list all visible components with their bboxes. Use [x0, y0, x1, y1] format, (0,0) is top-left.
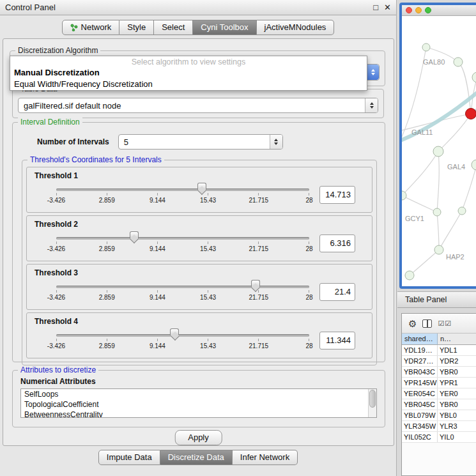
slider-track[interactable] [56, 188, 309, 191]
network-node[interactable] [422, 43, 430, 51]
table-cell[interactable]: YLR345W [402, 421, 438, 431]
table-cell[interactable]: YDL1 [438, 345, 476, 355]
table-row[interactable]: YLR345W YLR3 [402, 421, 476, 432]
threshold-1-slider[interactable]: -3.426 2.859 9.144 15.43 21.715 28 [56, 181, 309, 208]
scrollbar-thumb[interactable] [369, 390, 376, 408]
network-node-labels: GAL80 GAL11 GAL4 GCY1 HAP2 [405, 58, 465, 261]
threshold-4-value-field[interactable]: 11.344 [319, 332, 355, 349]
tab-select[interactable]: Select [154, 20, 193, 35]
tab-network[interactable]: Network [62, 20, 120, 35]
node-label: GAL80 [423, 58, 445, 66]
table-row[interactable]: YBR043C YBR0 [402, 367, 476, 378]
slider-track[interactable] [56, 286, 309, 288]
combobox-stepper-icon[interactable] [365, 98, 378, 112]
table-cell[interactable]: YIL0 [438, 432, 476, 442]
dropdown-option-equal-width-frequency[interactable]: Equal Width/Frequency Discretization [10, 79, 367, 90]
list-scrollbar[interactable] [368, 389, 376, 417]
table-cell[interactable]: YPR1 [438, 378, 476, 388]
tab-cyni-toolbox[interactable]: Cyni Toolbox [193, 20, 256, 35]
table-row[interactable]: YDL19… YDL1 [402, 345, 476, 356]
float-window-icon[interactable]: □ [373, 3, 378, 12]
network-node[interactable] [434, 245, 443, 254]
tab-cyni-toolbox-label: Cyni Toolbox [201, 22, 248, 32]
list-item[interactable]: SelfLoops [21, 389, 376, 399]
table-cell[interactable]: YBR045C [402, 399, 438, 410]
numerical-attributes-list[interactable]: SelfLoops TopologicalCoefficient Between… [20, 388, 377, 418]
columns-icon[interactable] [422, 319, 432, 328]
apply-button[interactable]: Apply [174, 430, 222, 445]
list-item[interactable]: BetweennessCentrality [21, 410, 376, 418]
table-cell[interactable]: YDR27… [402, 356, 438, 366]
slider-handle[interactable] [130, 231, 139, 238]
dropdown-option-manual-discretization[interactable]: Manual Discretization [10, 67, 367, 79]
network-node[interactable] [402, 191, 406, 200]
table-cell[interactable]: YPR145W [402, 378, 438, 388]
network-node[interactable] [433, 146, 443, 157]
slider-track[interactable] [56, 334, 309, 337]
network-node[interactable] [472, 160, 476, 170]
column-header-name[interactable]: n… [438, 334, 476, 345]
gear-icon[interactable]: ⚙ [408, 319, 417, 328]
table-row[interactable]: YBR045C YBR0 [402, 399, 476, 410]
table-row[interactable]: YIL052C YIL0 [402, 432, 476, 443]
network-node[interactable] [454, 58, 463, 66]
network-node[interactable] [458, 207, 466, 215]
window-title: Control Panel [5, 3, 56, 12]
discretization-algorithm-label: Discretization Algorithm [15, 46, 100, 55]
network-node[interactable] [433, 208, 441, 216]
table-cell[interactable]: YER054C [402, 388, 438, 399]
minimize-traffic-light-icon[interactable] [415, 7, 422, 13]
list-item[interactable]: TopologicalCoefficient [21, 399, 376, 410]
threshold-3-label: Threshold 3 [35, 268, 372, 277]
combobox-stepper-icon[interactable] [366, 65, 379, 80]
table-cell[interactable]: YDL19… [402, 345, 438, 355]
close-traffic-light-icon[interactable] [406, 7, 412, 13]
table-data-combobox[interactable]: galFiltered.sif default node [18, 98, 378, 113]
network-node[interactable] [405, 271, 414, 280]
table-cell[interactable]: YBL079W [402, 410, 438, 420]
close-icon[interactable]: ✕ [384, 3, 391, 12]
cyni-toolbox-panel: Discretization Algorithm Select algorith… [3, 38, 394, 446]
slider-track[interactable] [56, 237, 309, 240]
control-panel-titlebar: Control Panel □ ✕ [0, 0, 396, 15]
table-cell[interactable]: YBR043C [402, 367, 438, 377]
network-canvas[interactable]: GAL80 GAL11 GAL4 GCY1 HAP2 [402, 16, 476, 286]
table-cell[interactable]: YIL052C [402, 432, 438, 442]
tick-label: 9.144 [150, 294, 165, 301]
threshold-3-value-field[interactable]: 21.4 [319, 283, 355, 301]
tab-infer-network[interactable]: Infer Network [233, 450, 298, 465]
slider-handle[interactable] [197, 183, 206, 190]
table-cell[interactable]: YBL0 [438, 410, 476, 420]
network-node[interactable] [472, 72, 476, 82]
table-cell[interactable]: YER0 [438, 388, 476, 399]
table-cell[interactable]: YDR2 [438, 356, 476, 366]
threshold-2-value-field[interactable]: 6.316 [319, 234, 355, 252]
select-columns-icons[interactable]: ☑☑ [438, 319, 452, 328]
threshold-1-row: -3.426 2.859 9.144 15.43 21.715 28 14.71… [27, 180, 372, 210]
table-row[interactable]: YER054C YER0 [402, 388, 476, 399]
table-row[interactable]: YPR145W YPR1 [402, 378, 476, 388]
tab-discretize-data[interactable]: Discretize Data [160, 450, 233, 465]
network-view-window[interactable]: GAL80 GAL11 GAL4 GCY1 HAP2 [399, 3, 476, 289]
slider-handle[interactable] [170, 328, 179, 335]
threshold-3-slider[interactable]: -3.426 2.859 9.144 15.43 21.715 28 [56, 279, 309, 305]
table-cell[interactable]: YBR0 [438, 399, 476, 410]
tab-jactivemnodules[interactable]: jActiveMNodules [257, 20, 335, 35]
column-header-shared-name[interactable]: shared… [402, 334, 438, 345]
tab-impute-data[interactable]: Impute Data [98, 450, 160, 465]
table-row[interactable]: YBL079W YBL0 [402, 410, 476, 421]
tick-label: 15.43 [200, 342, 216, 349]
combobox-stepper-icon[interactable] [270, 135, 282, 149]
table-cell[interactable]: YLR3 [438, 421, 476, 431]
slider-handle[interactable] [251, 280, 260, 287]
selected-network-node[interactable] [466, 109, 476, 119]
number-of-intervals-combobox[interactable]: 5 [118, 134, 283, 150]
thresholds-coordinates-group: Threshold's Coordinates for 5 Intervals … [22, 160, 377, 365]
threshold-4-slider[interactable]: -3.426 2.859 9.144 15.43 21.715 28 [56, 327, 309, 354]
zoom-traffic-light-icon[interactable] [425, 7, 431, 13]
table-cell[interactable]: YBR0 [438, 367, 476, 377]
threshold-2-slider[interactable]: -3.426 2.859 9.144 15.43 21.715 28 [56, 230, 309, 257]
tab-style[interactable]: Style [119, 20, 154, 35]
table-row[interactable]: YDR27… YDR2 [402, 356, 476, 367]
threshold-1-value-field[interactable]: 14.713 [319, 186, 355, 204]
